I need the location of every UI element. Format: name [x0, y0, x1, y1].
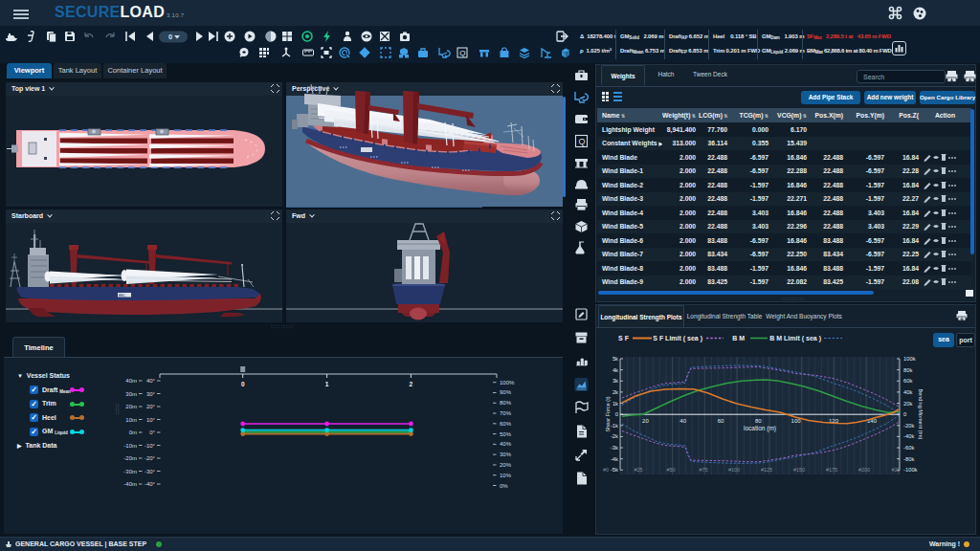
svg-text:2k: 2k [612, 389, 618, 395]
svg-text:-2k: -2k [611, 433, 618, 439]
svg-text:-3k: -3k [611, 445, 618, 451]
svg-text:80%: 80% [500, 400, 512, 406]
svg-text:#125: #125 [761, 467, 772, 473]
svg-text:3k: 3k [612, 378, 618, 384]
svg-text:-60k: -60k [903, 445, 914, 451]
svg-text:-1k: -1k [611, 423, 618, 429]
svg-text:-4k: -4k [611, 456, 618, 462]
svg-text:40°: 40° [146, 378, 156, 384]
svg-text:40m: 40m [125, 378, 137, 384]
svg-text:4k: 4k [612, 367, 618, 373]
svg-text:#200: #200 [858, 467, 870, 473]
svg-text:S F Limit ( sea ): S F Limit ( sea ) [653, 335, 702, 342]
svg-text:#150: #150 [793, 467, 805, 473]
svg-text:-80k: -80k [903, 456, 914, 462]
svg-text:40: 40 [679, 418, 686, 424]
svg-text:0: 0 [168, 33, 172, 41]
svg-text:30%: 30% [500, 452, 512, 457]
svg-text:Shear Force (t): Shear Force (t) [605, 396, 611, 431]
svg-text:60%: 60% [500, 421, 512, 427]
svg-text:100k: 100k [903, 356, 916, 362]
svg-text:-100k: -100k [903, 467, 918, 473]
svg-text:1: 1 [325, 381, 329, 387]
svg-text:-40k: -40k [903, 433, 914, 439]
svg-text:-20°: -20° [145, 455, 156, 461]
svg-text:#0: #0 [603, 467, 609, 473]
svg-text:2: 2 [410, 381, 413, 387]
svg-text:0%: 0% [500, 483, 508, 489]
svg-text:50%: 50% [500, 431, 512, 437]
svg-text:80k: 80k [903, 367, 912, 373]
svg-text:10m: 10m [125, 417, 137, 423]
svg-text:30°: 30° [146, 391, 156, 397]
svg-text:20%: 20% [500, 462, 512, 468]
svg-text:-30°: -30° [145, 469, 156, 474]
svg-text:-40m: -40m [123, 481, 137, 487]
svg-text:-20k: -20k [903, 423, 914, 429]
svg-text:20m: 20m [125, 404, 137, 409]
svg-text:location (m): location (m) [744, 425, 776, 432]
svg-text:10°: 10° [146, 417, 156, 423]
svg-text:0°: 0° [149, 430, 155, 435]
svg-text:60: 60 [718, 418, 724, 424]
svg-text:30m: 30m [125, 391, 137, 397]
svg-text:-5k: -5k [611, 467, 618, 473]
svg-text:0: 0 [241, 381, 245, 387]
svg-text:10%: 10% [500, 473, 512, 478]
svg-text:0: 0 [903, 411, 906, 417]
svg-text:5k: 5k [612, 356, 618, 362]
svg-text:Q: Q [579, 137, 586, 146]
svg-text:-10m: -10m [123, 443, 137, 449]
svg-text:70%: 70% [500, 410, 512, 416]
svg-text:0m: 0m [129, 430, 137, 435]
svg-text:B M Limit ( sea ): B M Limit ( sea ) [769, 335, 821, 342]
svg-text:60k: 60k [903, 378, 912, 384]
svg-text:-10°: -10° [145, 443, 156, 449]
svg-text:-30m: -30m [123, 469, 137, 474]
svg-text:Q: Q [459, 49, 465, 57]
svg-text:100%: 100% [500, 380, 515, 386]
svg-text:80: 80 [755, 418, 762, 424]
svg-text:#25: #25 [634, 467, 642, 473]
svg-text:-40°: -40° [145, 481, 156, 487]
svg-text:#175: #175 [826, 467, 837, 473]
svg-text:20k: 20k [903, 401, 912, 407]
svg-text:20: 20 [642, 418, 649, 424]
svg-text:40%: 40% [500, 441, 512, 447]
svg-text:1k: 1k [612, 401, 618, 407]
svg-text:Bending Moment (tm): Bending Moment (tm) [918, 389, 924, 440]
svg-text:#50: #50 [666, 467, 675, 473]
svg-text:-20m: -20m [123, 455, 137, 461]
svg-text:#22: #22 [891, 467, 900, 473]
svg-text:90%: 90% [500, 389, 512, 395]
svg-text:40k: 40k [903, 389, 912, 395]
svg-text:S F: S F [618, 335, 630, 342]
svg-text:BBC: BBC [119, 294, 126, 298]
svg-text:20°: 20° [146, 404, 156, 409]
svg-text:B M: B M [732, 335, 745, 342]
svg-text:#100: #100 [728, 467, 740, 473]
svg-text:0: 0 [615, 411, 618, 417]
svg-text:#75: #75 [699, 467, 707, 473]
